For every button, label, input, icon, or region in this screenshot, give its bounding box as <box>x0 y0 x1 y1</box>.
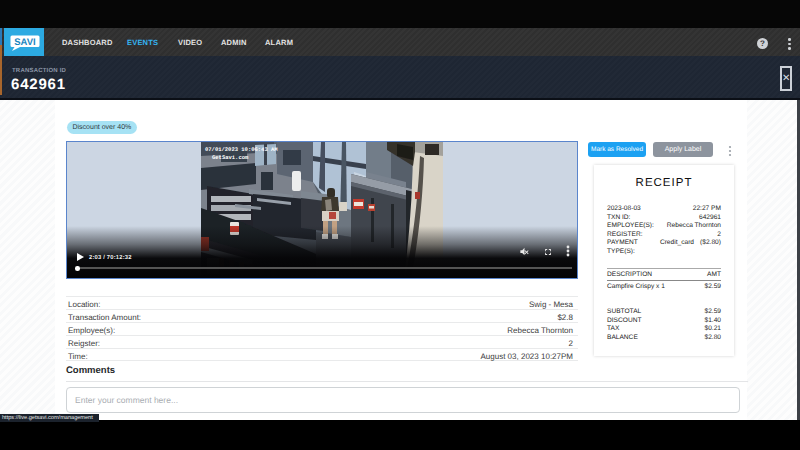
svg-text:GetSavi.com: GetSavi.com <box>212 154 249 161</box>
svg-text:07/01/2023 10:06:43 AM: 07/01/2023 10:06:43 AM <box>205 146 278 153</box>
svg-text:SAVI: SAVI <box>14 37 35 48</box>
